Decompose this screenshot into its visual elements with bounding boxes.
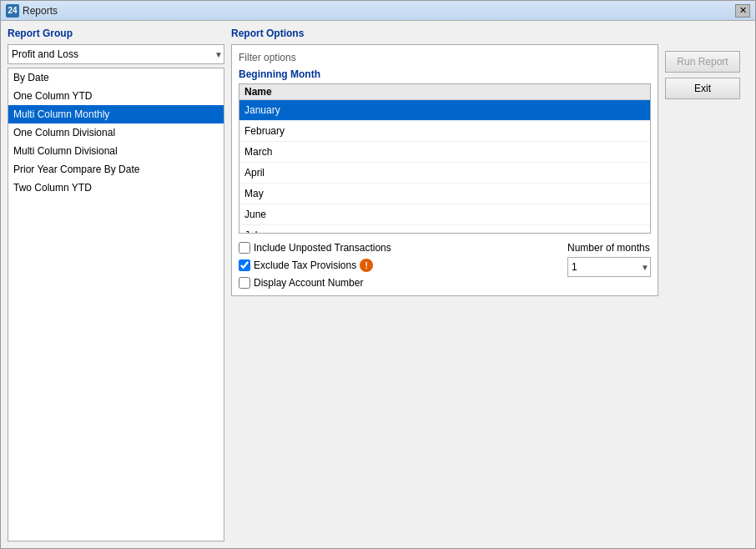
app-icon: 24	[6, 4, 19, 18]
left-panel: Report Group Profit and Loss ▼ By DateOn…	[8, 28, 224, 541]
months-dropdown-container: 123612 ▼	[567, 257, 651, 277]
report-list-item[interactable]: Multi Column Monthly	[8, 105, 224, 123]
month-list-item[interactable]: January	[239, 100, 650, 121]
checkboxes-col: Include Unposted Transactions Exclude Ta…	[239, 242, 391, 289]
run-report-button[interactable]: Run Report	[665, 51, 740, 73]
number-of-months-dropdown[interactable]: 123612	[567, 257, 651, 277]
month-list-item[interactable]: June	[239, 204, 650, 225]
report-list-item[interactable]: Two Column YTD	[8, 179, 224, 197]
report-list-item[interactable]: Multi Column Divisional	[8, 142, 224, 160]
include-unposted-row: Include Unposted Transactions	[239, 242, 391, 254]
report-list[interactable]: By DateOne Column YTDMulti Column Monthl…	[8, 68, 224, 541]
options-row: Include Unposted Transactions Exclude Ta…	[239, 242, 651, 289]
month-list-header: Name	[239, 84, 650, 100]
display-account-row: Display Account Number	[239, 277, 391, 289]
beginning-month-label: Beginning Month	[239, 68, 651, 80]
exclude-tax-label: Exclude Tax Provisions	[254, 259, 356, 271]
exclude-tax-checkbox[interactable]	[239, 259, 250, 271]
content-area: Report Group Profit and Loss ▼ By DateOn…	[1, 21, 755, 548]
report-options-label: Report Options	[231, 28, 658, 39]
months-col: Number of months 123612 ▼	[567, 242, 651, 277]
info-icon[interactable]: !	[360, 259, 373, 272]
month-list-item[interactable]: March	[239, 142, 650, 163]
month-list-item[interactable]: February	[239, 121, 650, 142]
report-group-label: Report Group	[8, 28, 224, 39]
month-list: JanuaryFebruaryMarchAprilMayJuneJuly	[239, 100, 650, 234]
month-list-item[interactable]: May	[239, 184, 650, 204]
include-unposted-checkbox[interactable]	[239, 242, 250, 254]
display-account-label: Display Account Number	[254, 277, 363, 289]
filter-box: Filter options Beginning Month Name Janu…	[231, 44, 658, 296]
filter-options-label: Filter options	[239, 52, 651, 63]
include-unposted-label: Include Unposted Transactions	[254, 242, 391, 254]
report-list-item[interactable]: Prior Year Compare By Date	[8, 160, 224, 179]
window-title: Reports	[23, 5, 58, 17]
title-bar: 24 Reports ✕	[1, 1, 755, 21]
report-list-item[interactable]: By Date	[8, 68, 224, 87]
report-list-item[interactable]: One Column YTD	[8, 87, 224, 105]
month-list-item[interactable]: July	[239, 225, 650, 234]
report-list-item[interactable]: One Column Divisional	[8, 123, 224, 142]
report-group-dropdown-container: Profit and Loss ▼	[8, 44, 224, 64]
title-bar-left: 24 Reports	[6, 4, 58, 18]
exclude-tax-row: Exclude Tax Provisions !	[239, 259, 391, 272]
main-window: 24 Reports ✕ Report Group Profit and Los…	[0, 0, 756, 549]
right-panel: Run Report Exit	[665, 28, 748, 541]
month-list-container[interactable]: Name JanuaryFebruaryMarchAprilMayJuneJul…	[239, 83, 651, 234]
exit-button[interactable]: Exit	[665, 78, 740, 99]
report-group-dropdown[interactable]: Profit and Loss	[8, 44, 224, 64]
close-button[interactable]: ✕	[735, 4, 750, 18]
number-of-months-label: Number of months	[567, 242, 651, 254]
display-account-checkbox[interactable]	[239, 277, 250, 289]
middle-panel: Report Options Filter options Beginning …	[231, 28, 658, 541]
month-list-item[interactable]: April	[239, 163, 650, 184]
